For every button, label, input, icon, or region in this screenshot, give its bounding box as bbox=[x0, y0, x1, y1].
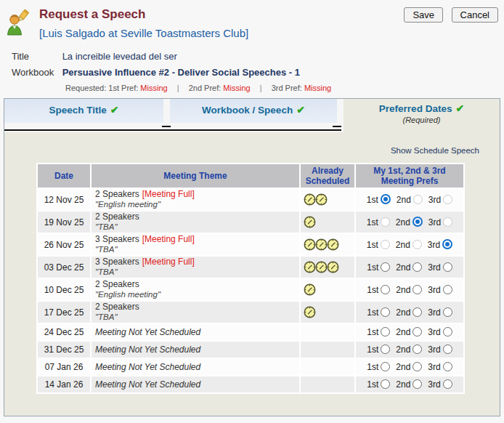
page-title: Request a Speech bbox=[39, 7, 248, 22]
pref-label: 1st bbox=[367, 345, 378, 355]
save-button[interactable]: Save bbox=[404, 7, 443, 23]
clock-icon bbox=[304, 283, 316, 296]
pref-radio-1st[interactable] bbox=[381, 345, 390, 354]
theme-cell: Meeting Not Yet Scheduled bbox=[92, 359, 299, 375]
theme-cell: 2 Speakers"TBA" bbox=[92, 212, 299, 233]
pref-label: 1st bbox=[367, 379, 378, 390]
pref-label: 1st bbox=[367, 217, 378, 227]
clock-icon bbox=[327, 261, 339, 273]
table-row: 24 Dec 25Meeting Not Yet Scheduled1st2nd… bbox=[38, 324, 463, 340]
pref-radio-2nd[interactable] bbox=[412, 379, 422, 389]
speech-request-person-pencil-icon bbox=[6, 9, 31, 36]
show-schedule-speech-link[interactable]: Show Schedule Speech bbox=[391, 146, 479, 155]
table-row: 07 Jan 26Meeting Not Yet Scheduled1st2nd… bbox=[38, 359, 463, 375]
tab-preferred-dates[interactable]: Preferred Dates✔ (Required) bbox=[344, 99, 500, 132]
title-label: Title bbox=[12, 51, 60, 62]
pref-label: 3rd bbox=[428, 362, 440, 372]
pref-radio-2nd[interactable] bbox=[412, 240, 422, 249]
table-row: 26 Nov 253 Speakers[Meeting Full]"TBA"1s… bbox=[38, 234, 463, 255]
separator: | bbox=[177, 84, 179, 92]
pref-radio-3rd[interactable] bbox=[443, 195, 452, 204]
clock-icon bbox=[304, 193, 316, 206]
pref-radio-1st[interactable] bbox=[381, 379, 390, 389]
pref-radio-3rd[interactable] bbox=[443, 327, 452, 337]
pref-label: 3rd bbox=[428, 345, 440, 355]
pref-label: 3rd bbox=[428, 195, 441, 205]
pref-radio-3rd[interactable] bbox=[443, 345, 452, 354]
clock-icon bbox=[315, 193, 328, 206]
prefs-cell: 1st2nd3rd bbox=[356, 234, 463, 255]
date-cell: 07 Jan 26 bbox=[38, 359, 90, 375]
column-header-meeting-theme: Meeting Theme bbox=[92, 164, 299, 188]
already-scheduled-cell bbox=[301, 359, 354, 375]
speakers-count: 2 Speakers bbox=[95, 279, 139, 289]
tab-workbook-speech[interactable]: Workbook / Speech✔ bbox=[170, 99, 337, 123]
check-icon: ✔ bbox=[455, 102, 464, 114]
clock-icon bbox=[304, 261, 316, 273]
speakers-count: 3 Speakers bbox=[95, 257, 139, 267]
separator: | bbox=[260, 84, 262, 92]
pref2-label: 2nd Pref: bbox=[189, 84, 221, 92]
page-subtitle: [Luis Salgado at Seville Toastmasters Cl… bbox=[39, 27, 248, 39]
pref-label: 3rd bbox=[428, 240, 440, 250]
tab-label: Workbook / Speech bbox=[202, 105, 293, 116]
requested-prefs-line: Requested: 1st Pref: Missing | 2nd Pref:… bbox=[65, 84, 498, 92]
table-row: 10 Dec 252 Speakers"English meeting"1st2… bbox=[38, 279, 463, 300]
meetings-table: Date Meeting Theme AlreadyScheduled My 1… bbox=[36, 163, 465, 394]
pref-radio-2nd[interactable] bbox=[412, 362, 422, 371]
prefs-cell: 1st2nd3rd bbox=[356, 257, 463, 278]
pref-label: 2nd bbox=[396, 307, 410, 318]
theme-cell: 2 Speakers[Meeting Full]"English meeting… bbox=[92, 189, 299, 210]
pref-radio-2nd[interactable] bbox=[412, 262, 422, 272]
pref-label: 2nd bbox=[397, 195, 411, 205]
pref-label: 3rd bbox=[428, 327, 440, 337]
prefs-cell: 1st2nd3rd bbox=[356, 324, 463, 340]
clock-icon bbox=[304, 306, 316, 318]
pref-radio-3rd[interactable] bbox=[443, 217, 452, 227]
cancel-button[interactable]: Cancel bbox=[452, 7, 498, 23]
already-scheduled-cell bbox=[301, 376, 354, 392]
already-scheduled-cell bbox=[301, 302, 354, 323]
table-row: 17 Dec 252 Speakers"TBA"1st2nd3rd bbox=[38, 302, 463, 323]
prefs-cell: 1st2nd3rd bbox=[356, 189, 463, 210]
speakers-count: 2 Speakers bbox=[95, 212, 139, 222]
pref-radio-1st[interactable] bbox=[381, 285, 390, 294]
pref-radio-3rd[interactable] bbox=[442, 239, 452, 249]
pref-radio-1st[interactable] bbox=[381, 327, 390, 337]
pref-label: 1st bbox=[367, 362, 378, 372]
pref-label: 2nd bbox=[396, 379, 410, 390]
pref-radio-2nd[interactable] bbox=[413, 195, 423, 204]
pref-radio-1st[interactable] bbox=[381, 307, 390, 317]
pref-radio-1st[interactable] bbox=[381, 240, 390, 249]
meeting-full-badge: [Meeting Full] bbox=[142, 189, 195, 199]
pref-label: 3rd bbox=[428, 307, 440, 318]
pref-radio-3rd[interactable] bbox=[443, 262, 452, 272]
tab-speech-title[interactable]: Speech Title✔ bbox=[4, 99, 163, 123]
pref-radio-1st[interactable] bbox=[381, 262, 390, 272]
pref-label: 1st bbox=[367, 195, 378, 205]
pref-radio-3rd[interactable] bbox=[443, 307, 452, 317]
pref-radio-2nd[interactable] bbox=[412, 327, 422, 337]
pref-radio-2nd[interactable] bbox=[412, 285, 422, 294]
pref-radio-2nd[interactable] bbox=[412, 217, 423, 227]
clock-icon bbox=[304, 216, 316, 228]
pref-radio-2nd[interactable] bbox=[412, 345, 422, 354]
table-row: 31 Dec 25Meeting Not Yet Scheduled1st2nd… bbox=[38, 342, 463, 358]
date-cell: 14 Jan 26 bbox=[38, 376, 90, 392]
speakers-count: 2 Speakers bbox=[95, 302, 139, 312]
date-cell: 17 Dec 25 bbox=[38, 302, 90, 323]
pref-radio-2nd[interactable] bbox=[412, 307, 422, 317]
pref-label: 2nd bbox=[396, 345, 410, 355]
pref-radio-1st[interactable] bbox=[381, 217, 390, 227]
pref-radio-1st[interactable] bbox=[381, 194, 391, 204]
pref-label: 2nd bbox=[396, 217, 410, 227]
tab-label: Speech Title bbox=[49, 105, 106, 116]
pref-radio-1st[interactable] bbox=[381, 362, 390, 371]
pref-radio-3rd[interactable] bbox=[443, 285, 452, 294]
pref-radio-3rd[interactable] bbox=[443, 362, 452, 371]
pref-radio-3rd[interactable] bbox=[443, 379, 452, 389]
pref2-status: Missing bbox=[223, 84, 250, 92]
clock-icon bbox=[315, 238, 328, 251]
column-header-already-scheduled: AlreadyScheduled bbox=[301, 164, 354, 188]
theme-cell: Meeting Not Yet Scheduled bbox=[92, 376, 299, 392]
